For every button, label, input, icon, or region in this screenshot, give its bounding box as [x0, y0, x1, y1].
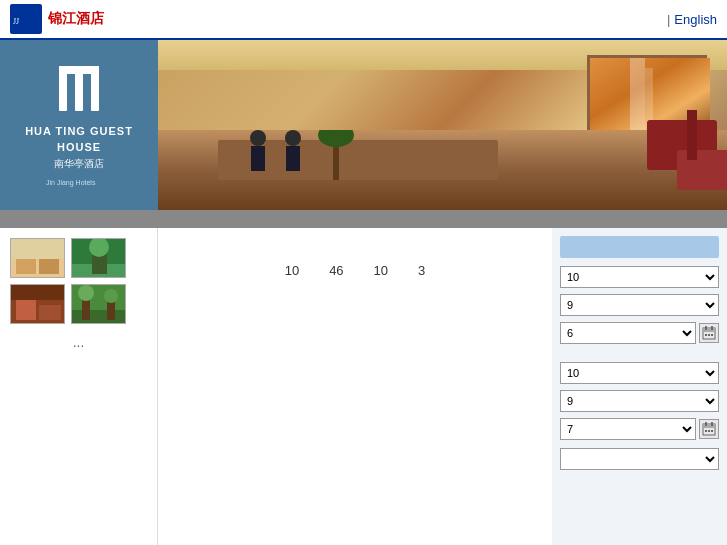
- panel-header-bar: [560, 236, 719, 258]
- svg-rect-24: [39, 259, 59, 274]
- hotel-logo-icon: [54, 61, 104, 116]
- svg-rect-48: [703, 424, 715, 428]
- hero-sub-brand: Jin Jiang Hotels: [44, 175, 114, 189]
- checkin-year-row: 6 123 457: [560, 322, 719, 344]
- svg-rect-35: [72, 310, 126, 324]
- svg-rect-44: [705, 334, 707, 336]
- checkout-month-row: 10 123 456 789 1112: [560, 362, 719, 384]
- lang-divider: |: [667, 12, 670, 27]
- room-type-select[interactable]: [560, 448, 719, 470]
- booking-panel: 10 123 456 789 1112 9 123 456 7810 6 123…: [552, 228, 727, 545]
- thumb-row-1: [10, 238, 147, 278]
- hero-chinese-name: 南华亭酒店: [54, 157, 104, 171]
- photo-sidebar: ...: [0, 228, 158, 545]
- thumbnail-garden[interactable]: [71, 284, 126, 324]
- more-indicator[interactable]: ...: [10, 330, 147, 354]
- svg-rect-31: [16, 300, 36, 320]
- svg-rect-19: [677, 150, 727, 190]
- thumbnail-lounge[interactable]: [10, 284, 65, 324]
- checkin-year-select[interactable]: 6 123 457: [560, 322, 696, 344]
- language-area: | English: [667, 12, 717, 27]
- checkin-month-row: 10 123 456 789 1112: [560, 266, 719, 288]
- statistics-row: 10 46 10 3: [285, 263, 426, 278]
- svg-rect-51: [705, 430, 707, 432]
- jinjiang-logo-icon: JJ: [10, 4, 42, 34]
- svg-rect-5: [59, 66, 99, 74]
- hero-banner: HUA TING GUEST HOUSE 南华亭酒店 Jin Jiang Hot…: [0, 40, 727, 210]
- stat-3: 10: [374, 263, 388, 278]
- checkout-day-row: 9 123 456 7810: [560, 390, 719, 412]
- svg-rect-25: [11, 239, 65, 259]
- svg-text:JJ: JJ: [13, 17, 19, 26]
- checkout-year-select[interactable]: 7 123 456: [560, 418, 696, 440]
- hotel-name: 锦江酒店: [48, 10, 104, 28]
- logo-area: JJ 锦江酒店: [10, 4, 104, 34]
- center-content: 10 46 10 3: [158, 228, 552, 545]
- stat-1: 10: [285, 263, 299, 278]
- svg-rect-52: [708, 430, 710, 432]
- hero-left-panel: HUA TING GUEST HOUSE 南华亭酒店 Jin Jiang Hot…: [0, 40, 158, 210]
- svg-text:Jin Jiang Hotels: Jin Jiang Hotels: [46, 179, 96, 187]
- hero-hotel-name: HUA TING GUEST HOUSE: [10, 124, 148, 155]
- svg-rect-45: [708, 334, 710, 336]
- hero-image: [158, 40, 727, 210]
- svg-point-39: [104, 289, 118, 303]
- english-link[interactable]: English: [674, 12, 717, 27]
- stat-2: 46: [329, 263, 343, 278]
- svg-rect-20: [687, 110, 697, 160]
- svg-point-12: [250, 130, 266, 146]
- checkout-year-row: 7 123 456: [560, 418, 719, 440]
- svg-point-37: [78, 285, 94, 301]
- section-divider: [0, 210, 727, 228]
- lobby-scene: [158, 40, 727, 210]
- checkin-month-select[interactable]: 10 123 456 789 1112: [560, 266, 719, 288]
- checkin-day-select[interactable]: 9 123 456 7810: [560, 294, 719, 316]
- thumb-row-2: [10, 284, 147, 324]
- svg-rect-53: [711, 430, 713, 432]
- svg-rect-32: [39, 305, 61, 320]
- svg-rect-33: [11, 285, 65, 300]
- svg-rect-41: [703, 328, 715, 332]
- thumbnail-bedroom[interactable]: [10, 238, 65, 278]
- thumbnail-outdoor[interactable]: [71, 238, 126, 278]
- main-content: ... 10 46 10 3 10 123 456 789 1112 9: [0, 228, 727, 545]
- section-spacer: [560, 350, 719, 358]
- svg-rect-23: [16, 259, 36, 274]
- svg-rect-46: [711, 334, 713, 336]
- checkin-calendar-button[interactable]: [699, 323, 719, 343]
- svg-rect-15: [286, 146, 300, 171]
- svg-point-14: [285, 130, 301, 146]
- checkout-month-select[interactable]: 10 123 456 789 1112: [560, 362, 719, 384]
- checkout-day-select[interactable]: 9 123 456 7810: [560, 390, 719, 412]
- svg-rect-13: [251, 146, 265, 171]
- top-navigation: JJ 锦江酒店 | English: [0, 0, 727, 40]
- stat-4: 3: [418, 263, 425, 278]
- checkout-calendar-button[interactable]: [699, 419, 719, 439]
- checkin-day-row: 9 123 456 7810: [560, 294, 719, 316]
